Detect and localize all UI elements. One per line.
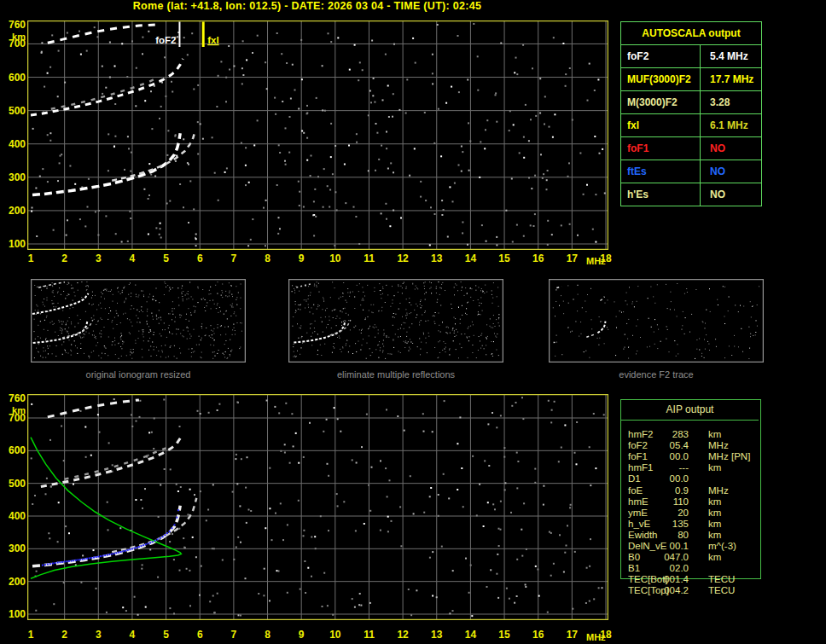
x-tick-label: 3: [96, 252, 102, 264]
station-date-time-title: Rome (lat: +41.8, lon: 012.5) - DATE: 20…: [26, 0, 589, 12]
aip-unit: km: [708, 519, 721, 530]
aip-row-ewidth: Ewidth80km: [620, 530, 759, 541]
y-tick-label: 200: [2, 576, 26, 588]
scaled-point: [102, 555, 104, 557]
scaled-point: [42, 565, 44, 566]
aip-row-b1: B102.0: [620, 563, 759, 574]
scaled-point: [152, 541, 154, 542]
autoscala-param-label: foF2: [621, 45, 701, 67]
aip-row-b0: B0047.0km: [620, 552, 759, 563]
scaled-point: [125, 550, 126, 552]
trace-third-hop-trace: [48, 400, 139, 417]
thumbnail-evidence-f2: [549, 279, 764, 363]
y-tick-label: 100: [2, 608, 26, 620]
scaled-point: [147, 542, 148, 544]
scaled-point: [55, 562, 56, 564]
scaled-point: [73, 560, 74, 561]
scaled-point: [57, 562, 59, 564]
aip-unit: km: [708, 496, 721, 508]
aip-unit: km: [708, 462, 721, 473]
aip-unit: TECU: [708, 574, 735, 585]
aip-unit: MHz: [708, 440, 729, 451]
aip-label: hmF1: [628, 462, 653, 473]
trace-F2-x-trace: [112, 498, 196, 552]
scaled-point: [86, 558, 88, 560]
scaled-point: [78, 559, 79, 560]
aip-unit: km: [708, 552, 721, 563]
scaled-point: [129, 548, 131, 550]
y-tick-label: 700: [2, 38, 26, 49]
x-tick-label: 12: [397, 629, 408, 641]
autoscala-row-m3000f2: M(3000)F23.28: [621, 91, 761, 114]
aip-value: 001.4: [653, 574, 689, 585]
scaled-point: [90, 557, 92, 559]
autoscala-row-fof2: foF25.4 MHz: [621, 45, 761, 68]
scaled-point: [160, 537, 161, 539]
autoscala-row-hes: h'EsNO: [621, 183, 761, 206]
thumbnail-original-ionogram: [31, 279, 246, 363]
aip-label: h_vE: [628, 519, 650, 530]
scaled-point: [111, 554, 113, 555]
trace-F2-o-trace: [33, 321, 88, 343]
scaled-point: [47, 564, 49, 566]
aip-label: ymE: [628, 508, 648, 519]
autoscala-param-label: ftEs: [621, 160, 701, 183]
trace-left-dot-fragment: [554, 342, 557, 343]
x-tick-label: 14: [465, 252, 476, 264]
aip-value: 00.1: [653, 541, 689, 552]
autoscala-param-value: 17.7 MHz: [701, 68, 761, 90]
autoscala-param-label: foF1: [621, 137, 701, 160]
trace-F2-mid-fragment: [586, 334, 595, 338]
scaled-point: [136, 547, 137, 548]
x-tick-label: 4: [130, 252, 136, 264]
aip-unit: km: [708, 429, 721, 440]
autoscala-param-label: M(3000)F2: [621, 91, 701, 113]
scaled-point: [64, 561, 66, 563]
trace-third-hop-fragment: [296, 283, 312, 287]
x-tick-label: 8: [265, 252, 270, 264]
scaled-point: [118, 552, 119, 554]
scaled-point: [100, 555, 102, 557]
x-tick-label: 1: [28, 252, 34, 264]
aip-value: 80: [653, 530, 689, 541]
aip-label: foE: [628, 485, 643, 496]
aip-value: 283: [653, 429, 689, 440]
aip-row-hve: h_vE135km: [620, 519, 759, 530]
autoscala-row-fxl: fxl6.1 MHz: [621, 114, 761, 137]
aip-value: 00.0: [653, 473, 689, 484]
scaled-point: [75, 560, 77, 561]
x-tick-label: 10: [329, 629, 340, 641]
autoscala-row-fof1: foF1NO: [621, 137, 761, 160]
marker-label-fxl: fxl: [207, 35, 218, 45]
x-tick-label: 16: [532, 629, 544, 641]
x-tick-label: 2: [61, 629, 67, 641]
aip-row-foe: foE0.9MHz: [620, 485, 759, 496]
scaled-point: [138, 546, 140, 548]
x-tick-label: 15: [498, 252, 509, 264]
scaled-point: [176, 517, 177, 519]
aip-unit: km: [708, 508, 721, 519]
thumbnail-caption-original: original ionogram resized: [86, 369, 191, 380]
y-tick-label: 700: [2, 412, 26, 424]
y-tick-label: 400: [2, 138, 26, 150]
scaled-point: [84, 558, 85, 560]
y-tick-label: 400: [2, 510, 26, 522]
aip-unit: MHz: [708, 451, 729, 462]
aip-value: 05.4: [653, 440, 689, 451]
scaled-point: [120, 551, 122, 553]
main-ionogram-plot: foF2fxl: [27, 20, 608, 250]
aip-value: 135: [653, 519, 689, 530]
x-tick-label: 12: [397, 252, 408, 264]
scaled-point: [127, 549, 129, 551]
aip-value: 047.0: [653, 552, 689, 563]
scaled-point: [134, 548, 136, 549]
scaled-point: [177, 509, 179, 511]
aip-row-fof1: foF100.0MHz[PN]: [620, 451, 759, 462]
scaled-point: [149, 542, 151, 543]
autoscala-row-ftes: ftEsNO: [621, 160, 761, 183]
x-tick-label: 10: [329, 252, 340, 264]
x-tick-label: 15: [498, 629, 509, 641]
x-tick-label: 18: [600, 252, 611, 264]
x-axis-unit-mhz: MHz: [586, 256, 606, 266]
scaled-point: [109, 554, 111, 555]
